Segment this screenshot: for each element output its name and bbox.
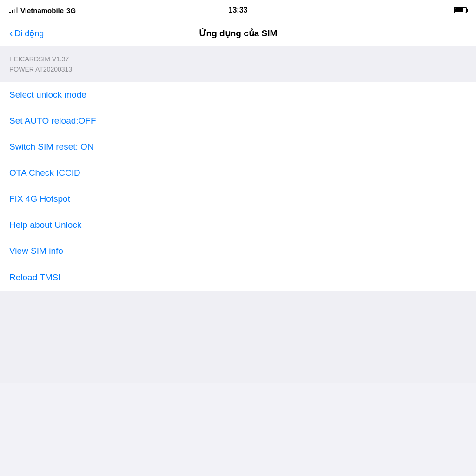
menu-item-help-unlock[interactable]: Help about Unlock <box>0 212 476 238</box>
status-left: Vietnamobile 3G <box>9 7 76 14</box>
battery-icon <box>454 7 467 13</box>
menu-item-view-sim[interactable]: View SIM info <box>0 238 476 264</box>
menu-item-label: Select unlock mode <box>9 90 86 100</box>
content: HEICARDSIM V1.37 POWER AT20200313 Select… <box>0 46 476 383</box>
info-line-2: POWER AT20200313 <box>9 64 467 74</box>
status-bar: Vietnamobile 3G 13:33 <box>0 0 476 20</box>
menu-item-auto-reload[interactable]: Set AUTO reload:OFF <box>0 108 476 134</box>
menu-list: Select unlock mode Set AUTO reload:OFF S… <box>0 82 476 291</box>
chevron-left-icon: ‹ <box>9 28 13 39</box>
menu-item-label: Help about Unlock <box>9 220 81 230</box>
menu-item-label: View SIM info <box>9 246 63 256</box>
bottom-section <box>0 291 476 383</box>
menu-item-select-unlock[interactable]: Select unlock mode <box>0 82 476 108</box>
menu-item-ota-check[interactable]: OTA Check ICCID <box>0 160 476 186</box>
nav-bar: ‹ Di động Ứng dụng của SIM <box>0 20 476 46</box>
menu-item-label: FIX 4G Hotspot <box>9 194 70 204</box>
menu-item-label: Set AUTO reload:OFF <box>9 116 96 126</box>
menu-item-reload-tmsi[interactable]: Reload TMSI <box>0 264 476 291</box>
menu-item-sim-reset[interactable]: Switch SIM reset: ON <box>0 134 476 160</box>
info-line-1: HEICARDSIM V1.37 <box>9 54 467 64</box>
menu-item-label: OTA Check ICCID <box>9 168 80 178</box>
page-title: Ứng dụng của SIM <box>199 28 278 39</box>
signal-icon <box>9 7 18 13</box>
carrier-label: Vietnamobile <box>20 7 64 14</box>
back-label: Di động <box>14 28 44 39</box>
menu-item-label: Switch SIM reset: ON <box>9 142 94 152</box>
status-right <box>454 7 467 13</box>
network-label: 3G <box>66 7 76 14</box>
info-section: HEICARDSIM V1.37 POWER AT20200313 <box>0 46 476 82</box>
back-button[interactable]: ‹ Di động <box>9 28 44 39</box>
time-label: 13:33 <box>229 6 248 14</box>
menu-item-label: Reload TMSI <box>9 272 61 283</box>
menu-item-fix-4g[interactable]: FIX 4G Hotspot <box>0 186 476 212</box>
